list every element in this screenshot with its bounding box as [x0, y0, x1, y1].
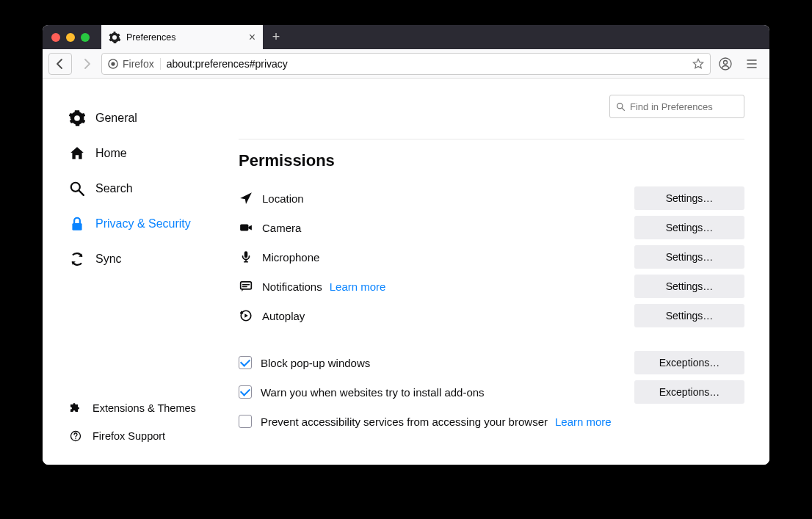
block-popups-checkbox[interactable]: [239, 356, 252, 369]
sidebar-item-home[interactable]: Home: [69, 136, 239, 171]
block-popups-label: Block pop-up windows: [261, 357, 370, 369]
sidebar-item-search[interactable]: Search: [69, 171, 239, 206]
camera-icon: [239, 220, 253, 235]
permission-notifications: Notifications Learn more Settings…: [239, 272, 744, 301]
extensions-label: Extensions & Themes: [93, 402, 196, 414]
sidebar-item-general[interactable]: General: [69, 101, 239, 136]
content-area: General Home Search Privacy & Security: [43, 79, 769, 465]
toolbar: Firefox about:preferences#privacy: [43, 49, 769, 79]
hamburger-menu-button[interactable]: [740, 53, 764, 75]
sidebar-label: Sync: [95, 253, 122, 266]
account-button[interactable]: [714, 53, 737, 75]
tab-strip: Preferences × +: [43, 25, 769, 49]
main-content: Find in Preferences Permissions Location…: [239, 79, 769, 465]
warn-addons-checkbox[interactable]: [239, 385, 252, 399]
url-text: about:preferences#privacy: [167, 58, 686, 70]
url-bar[interactable]: Firefox about:preferences#privacy: [101, 53, 711, 75]
close-window-button[interactable]: [51, 33, 60, 42]
permission-microphone: Microphone Settings…: [239, 242, 744, 272]
block-popups-exceptions-button[interactable]: Exceptions…: [634, 351, 744, 374]
permission-label: Camera: [262, 222, 301, 234]
a11y-row: Prevent accessibility services from acce…: [239, 407, 744, 436]
permission-label: Autoplay: [262, 310, 305, 322]
gear-icon: [109, 32, 120, 43]
bookmark-star-icon[interactable]: [692, 58, 704, 70]
url-identity-label: Firefox: [123, 58, 154, 70]
sync-icon: [69, 251, 85, 267]
permission-camera: Camera Settings…: [239, 213, 744, 242]
browser-window: Preferences × + Firefox about:preference…: [43, 25, 769, 465]
autoplay-icon: [239, 308, 253, 323]
sidebar-item-privacy[interactable]: Privacy & Security: [69, 206, 239, 242]
a11y-label: Prevent accessibility services from acce…: [261, 415, 548, 428]
microphone-settings-button[interactable]: Settings…: [634, 245, 744, 269]
sidebar-label: Privacy & Security: [95, 217, 191, 231]
camera-settings-button[interactable]: Settings…: [634, 216, 744, 239]
search-icon: [69, 181, 85, 197]
permission-label: Location: [262, 192, 304, 205]
svg-rect-8: [240, 225, 248, 231]
search-input[interactable]: Find in Preferences: [609, 95, 744, 118]
sidebar-bottom: Extensions & Themes Firefox Support: [69, 394, 239, 465]
close-tab-button[interactable]: ×: [249, 32, 255, 43]
extensions-link[interactable]: Extensions & Themes: [69, 394, 239, 422]
gear-icon: [69, 110, 85, 126]
sidebar: General Home Search Privacy & Security: [43, 79, 239, 465]
svg-point-1: [111, 62, 115, 65]
a11y-checkbox[interactable]: [239, 415, 252, 428]
back-button[interactable]: [48, 53, 72, 75]
location-icon: [239, 191, 253, 206]
browser-tab[interactable]: Preferences ×: [101, 25, 263, 49]
microphone-icon: [239, 250, 253, 264]
autoplay-settings-button[interactable]: Settings…: [634, 304, 744, 327]
svg-rect-5: [72, 223, 81, 231]
new-tab-button[interactable]: +: [263, 25, 289, 49]
permission-label: Notifications: [262, 280, 322, 293]
traffic-lights: [43, 33, 101, 42]
permission-autoplay: Autoplay Settings…: [239, 301, 744, 330]
search-icon: [616, 102, 626, 112]
svg-point-3: [724, 60, 728, 64]
help-icon: [69, 429, 82, 443]
search-row: Find in Preferences: [239, 95, 744, 118]
notification-icon: [239, 279, 253, 294]
support-link[interactable]: Firefox Support: [69, 422, 239, 450]
permission-location: Location Settings…: [239, 184, 744, 213]
sidebar-label: Search: [95, 182, 133, 195]
support-label: Firefox Support: [93, 430, 165, 442]
lock-icon: [69, 216, 85, 232]
maximize-window-button[interactable]: [81, 33, 90, 42]
a11y-learn-more-link[interactable]: Learn more: [555, 415, 612, 428]
minimize-window-button[interactable]: [66, 33, 75, 42]
sidebar-item-sync[interactable]: Sync: [69, 242, 239, 277]
svg-rect-10: [241, 282, 252, 289]
warn-addons-label: Warn you when websites try to install ad…: [261, 386, 485, 399]
warn-addons-exceptions-button[interactable]: Exceptions…: [634, 380, 744, 404]
svg-rect-9: [244, 251, 248, 258]
sidebar-label: Home: [95, 147, 127, 160]
home-icon: [69, 145, 85, 161]
permission-label: Microphone: [262, 251, 319, 264]
block-popups-row: Block pop-up windows Exceptions…: [239, 348, 744, 377]
tab-title: Preferences: [126, 32, 175, 43]
puzzle-icon: [69, 402, 82, 415]
location-settings-button[interactable]: Settings…: [634, 186, 744, 210]
url-identity: Firefox: [108, 58, 161, 70]
forward-button[interactable]: [75, 53, 98, 75]
warn-addons-row: Warn you when websites try to install ad…: [239, 377, 744, 407]
section-title: Permissions: [239, 139, 744, 170]
notifications-learn-more-link[interactable]: Learn more: [330, 280, 386, 293]
sidebar-label: General: [95, 112, 137, 125]
search-placeholder: Find in Preferences: [630, 101, 713, 112]
firefox-icon: [108, 59, 118, 69]
notifications-settings-button[interactable]: Settings…: [634, 275, 744, 298]
